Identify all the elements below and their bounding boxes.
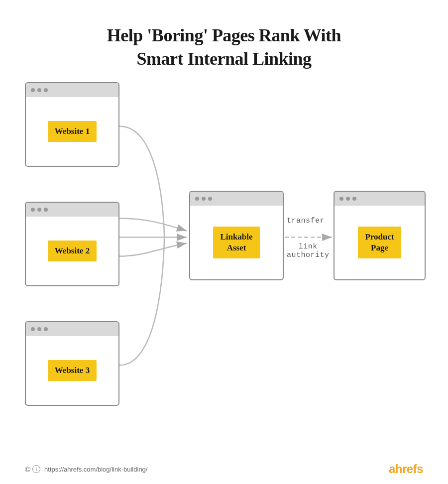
linkable-asset-window: Linkable Asset [189, 191, 284, 280]
dot-7 [31, 327, 35, 331]
browser-bar-2 [26, 203, 118, 217]
linkable-line2: Asset [227, 243, 246, 252]
footer-left: © i https://ahrefs.com/blog/link-buildin… [25, 465, 147, 474]
dot-6 [44, 208, 48, 212]
footer-icons: © i [25, 465, 40, 474]
product-page-body: Product Page [335, 206, 425, 279]
footer-url: https://ahrefs.com/blog/link-building/ [44, 466, 147, 473]
dot-9 [44, 327, 48, 331]
dot-5 [37, 208, 41, 212]
browser-bar-3 [26, 322, 118, 336]
title-line2: Smart Internal Linking [136, 49, 311, 69]
dot-8 [37, 327, 41, 331]
footer: © i https://ahrefs.com/blog/link-buildin… [25, 462, 423, 476]
product-line1: Product [365, 232, 394, 242]
info-icon: i [32, 465, 40, 473]
copyright-icon: © [25, 465, 30, 474]
linkable-line1: Linkable [220, 232, 252, 242]
website2-window: Website 2 [25, 202, 119, 286]
title-line1: Help 'Boring' Pages Rank With [107, 25, 341, 45]
dot-1 [31, 88, 35, 92]
website1-label: Website 1 [48, 121, 97, 142]
browser-bar-4 [190, 192, 283, 206]
dot-2 [37, 88, 41, 92]
website1-window: Website 1 [25, 82, 119, 167]
browser-bar-1 [26, 83, 118, 97]
page-title: Help 'Boring' Pages Rank With Smart Inte… [0, 0, 448, 71]
product-page-label: Product Page [358, 227, 401, 258]
website3-label: Website 3 [48, 360, 97, 381]
linkable-asset-label: Linkable Asset [213, 227, 259, 258]
authority-text: linkauthority [287, 242, 330, 259]
ahrefs-logo: ahrefs [389, 462, 423, 476]
linkable-asset-body: Linkable Asset [190, 206, 283, 279]
dot-3 [44, 88, 48, 92]
dot-10 [195, 197, 199, 201]
website3-window: Website 3 [25, 321, 119, 406]
dot-14 [346, 197, 350, 201]
product-line2: Page [371, 243, 388, 252]
dot-11 [202, 197, 206, 201]
dot-12 [208, 197, 212, 201]
transfer-text: transfer [287, 217, 325, 225]
browser-bar-5 [335, 192, 425, 206]
website3-body: Website 3 [26, 336, 118, 405]
website1-body: Website 1 [26, 97, 118, 166]
dot-4 [31, 208, 35, 212]
website2-label: Website 2 [48, 241, 97, 261]
dot-13 [339, 197, 343, 201]
website2-body: Website 2 [26, 217, 118, 285]
dot-15 [352, 197, 356, 201]
product-page-window: Product Page [334, 191, 426, 280]
